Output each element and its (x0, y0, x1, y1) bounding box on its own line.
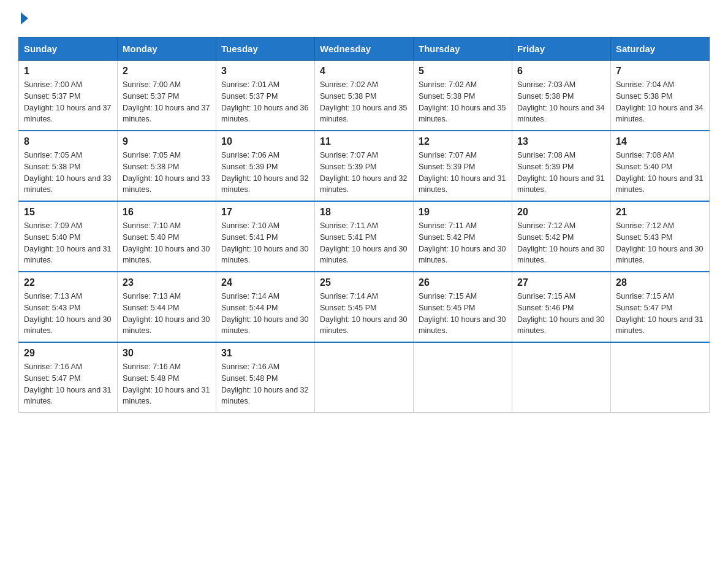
day-info: Sunrise: 7:07 AM Sunset: 5:39 PM Dayligh… (320, 150, 408, 196)
day-info: Sunrise: 7:12 AM Sunset: 5:42 PM Dayligh… (517, 220, 605, 266)
calendar-cell: 30 Sunrise: 7:16 AM Sunset: 5:48 PM Dayl… (118, 342, 216, 413)
day-number: 4 (320, 66, 408, 77)
calendar-cell: 13 Sunrise: 7:08 AM Sunset: 5:39 PM Dayl… (512, 131, 611, 201)
day-number: 5 (419, 66, 507, 77)
day-info: Sunrise: 7:13 AM Sunset: 5:44 PM Dayligh… (123, 291, 211, 337)
day-info: Sunrise: 7:05 AM Sunset: 5:38 PM Dayligh… (24, 150, 112, 196)
day-info: Sunrise: 7:15 AM Sunset: 5:47 PM Dayligh… (616, 291, 704, 337)
day-number: 9 (123, 136, 211, 147)
day-info: Sunrise: 7:04 AM Sunset: 5:38 PM Dayligh… (616, 79, 704, 125)
calendar-cell (414, 342, 512, 413)
calendar-cell: 7 Sunrise: 7:04 AM Sunset: 5:38 PM Dayli… (611, 61, 710, 131)
day-number: 22 (24, 277, 112, 288)
day-info: Sunrise: 7:12 AM Sunset: 5:43 PM Dayligh… (616, 220, 704, 266)
calendar-cell: 31 Sunrise: 7:16 AM Sunset: 5:48 PM Dayl… (216, 342, 315, 413)
calendar-cell: 11 Sunrise: 7:07 AM Sunset: 5:39 PM Dayl… (315, 131, 414, 201)
calendar-cell: 23 Sunrise: 7:13 AM Sunset: 5:44 PM Dayl… (118, 272, 216, 342)
day-info: Sunrise: 7:06 AM Sunset: 5:39 PM Dayligh… (221, 150, 309, 196)
calendar-cell: 20 Sunrise: 7:12 AM Sunset: 5:42 PM Dayl… (512, 201, 611, 272)
day-number: 3 (221, 66, 309, 77)
day-number: 18 (320, 207, 408, 218)
day-number: 20 (517, 207, 605, 218)
day-info: Sunrise: 7:05 AM Sunset: 5:38 PM Dayligh… (123, 150, 211, 196)
logo-triangle-icon (21, 12, 28, 25)
header-saturday: Saturday (611, 37, 710, 61)
calendar-cell: 15 Sunrise: 7:09 AM Sunset: 5:40 PM Dayl… (19, 201, 118, 272)
day-number: 12 (419, 136, 507, 147)
day-info: Sunrise: 7:03 AM Sunset: 5:38 PM Dayligh… (517, 79, 605, 125)
day-info: Sunrise: 7:02 AM Sunset: 5:38 PM Dayligh… (320, 79, 408, 125)
day-number: 26 (419, 277, 507, 288)
calendar-cell: 21 Sunrise: 7:12 AM Sunset: 5:43 PM Dayl… (611, 201, 710, 272)
calendar-cell: 3 Sunrise: 7:01 AM Sunset: 5:37 PM Dayli… (216, 61, 315, 131)
header-wednesday: Wednesday (315, 37, 414, 61)
day-info: Sunrise: 7:07 AM Sunset: 5:39 PM Dayligh… (419, 150, 507, 196)
calendar-cell: 8 Sunrise: 7:05 AM Sunset: 5:38 PM Dayli… (19, 131, 118, 201)
calendar-cell: 28 Sunrise: 7:15 AM Sunset: 5:47 PM Dayl… (611, 272, 710, 342)
day-info: Sunrise: 7:16 AM Sunset: 5:47 PM Dayligh… (24, 361, 112, 407)
day-info: Sunrise: 7:10 AM Sunset: 5:41 PM Dayligh… (221, 220, 309, 266)
calendar-cell: 24 Sunrise: 7:14 AM Sunset: 5:44 PM Dayl… (216, 272, 315, 342)
day-info: Sunrise: 7:01 AM Sunset: 5:37 PM Dayligh… (221, 79, 309, 125)
calendar-cell: 27 Sunrise: 7:15 AM Sunset: 5:46 PM Dayl… (512, 272, 611, 342)
week-row-5: 29 Sunrise: 7:16 AM Sunset: 5:47 PM Dayl… (19, 342, 710, 413)
day-info: Sunrise: 7:00 AM Sunset: 5:37 PM Dayligh… (123, 79, 211, 125)
logo-blue-text (18, 12, 29, 25)
calendar-cell: 12 Sunrise: 7:07 AM Sunset: 5:39 PM Dayl… (414, 131, 512, 201)
day-info: Sunrise: 7:08 AM Sunset: 5:40 PM Dayligh… (616, 150, 704, 196)
day-number: 14 (616, 136, 704, 147)
day-number: 7 (616, 66, 704, 77)
calendar-cell: 22 Sunrise: 7:13 AM Sunset: 5:43 PM Dayl… (19, 272, 118, 342)
day-number: 17 (221, 207, 309, 218)
day-info: Sunrise: 7:11 AM Sunset: 5:41 PM Dayligh… (320, 220, 408, 266)
day-info: Sunrise: 7:02 AM Sunset: 5:38 PM Dayligh… (419, 79, 507, 125)
calendar-cell: 26 Sunrise: 7:15 AM Sunset: 5:45 PM Dayl… (414, 272, 512, 342)
page-header (18, 12, 710, 25)
day-number: 30 (123, 348, 211, 359)
calendar-cell: 18 Sunrise: 7:11 AM Sunset: 5:41 PM Dayl… (315, 201, 414, 272)
day-info: Sunrise: 7:15 AM Sunset: 5:46 PM Dayligh… (517, 291, 605, 337)
day-number: 2 (123, 66, 211, 77)
day-info: Sunrise: 7:10 AM Sunset: 5:40 PM Dayligh… (123, 220, 211, 266)
week-row-3: 15 Sunrise: 7:09 AM Sunset: 5:40 PM Dayl… (19, 201, 710, 272)
day-info: Sunrise: 7:14 AM Sunset: 5:45 PM Dayligh… (320, 291, 408, 337)
header-thursday: Thursday (414, 37, 512, 61)
calendar-cell: 6 Sunrise: 7:03 AM Sunset: 5:38 PM Dayli… (512, 61, 611, 131)
calendar-cell: 19 Sunrise: 7:11 AM Sunset: 5:42 PM Dayl… (414, 201, 512, 272)
day-number: 11 (320, 136, 408, 147)
calendar-cell: 5 Sunrise: 7:02 AM Sunset: 5:38 PM Dayli… (414, 61, 512, 131)
day-number: 8 (24, 136, 112, 147)
calendar-cell: 1 Sunrise: 7:00 AM Sunset: 5:37 PM Dayli… (19, 61, 118, 131)
day-number: 19 (419, 207, 507, 218)
calendar-cell: 10 Sunrise: 7:06 AM Sunset: 5:39 PM Dayl… (216, 131, 315, 201)
calendar-cell: 29 Sunrise: 7:16 AM Sunset: 5:47 PM Dayl… (19, 342, 118, 413)
day-info: Sunrise: 7:11 AM Sunset: 5:42 PM Dayligh… (419, 220, 507, 266)
day-number: 6 (517, 66, 605, 77)
day-info: Sunrise: 7:16 AM Sunset: 5:48 PM Dayligh… (221, 361, 309, 407)
calendar-cell: 2 Sunrise: 7:00 AM Sunset: 5:37 PM Dayli… (118, 61, 216, 131)
header-monday: Monday (118, 37, 216, 61)
calendar-cell (611, 342, 710, 413)
calendar-cell: 14 Sunrise: 7:08 AM Sunset: 5:40 PM Dayl… (611, 131, 710, 201)
day-info: Sunrise: 7:14 AM Sunset: 5:44 PM Dayligh… (221, 291, 309, 337)
calendar-table: SundayMondayTuesdayWednesdayThursdayFrid… (18, 37, 710, 413)
week-row-4: 22 Sunrise: 7:13 AM Sunset: 5:43 PM Dayl… (19, 272, 710, 342)
header-friday: Friday (512, 37, 611, 61)
calendar-cell: 4 Sunrise: 7:02 AM Sunset: 5:38 PM Dayli… (315, 61, 414, 131)
day-info: Sunrise: 7:09 AM Sunset: 5:40 PM Dayligh… (24, 220, 112, 266)
calendar-cell: 17 Sunrise: 7:10 AM Sunset: 5:41 PM Dayl… (216, 201, 315, 272)
day-info: Sunrise: 7:08 AM Sunset: 5:39 PM Dayligh… (517, 150, 605, 196)
day-info: Sunrise: 7:13 AM Sunset: 5:43 PM Dayligh… (24, 291, 112, 337)
calendar-cell (315, 342, 414, 413)
calendar-cell: 25 Sunrise: 7:14 AM Sunset: 5:45 PM Dayl… (315, 272, 414, 342)
day-number: 31 (221, 348, 309, 359)
day-number: 28 (616, 277, 704, 288)
day-number: 24 (221, 277, 309, 288)
day-number: 16 (123, 207, 211, 218)
header-tuesday: Tuesday (216, 37, 315, 61)
day-number: 25 (320, 277, 408, 288)
calendar-cell: 9 Sunrise: 7:05 AM Sunset: 5:38 PM Dayli… (118, 131, 216, 201)
week-row-2: 8 Sunrise: 7:05 AM Sunset: 5:38 PM Dayli… (19, 131, 710, 201)
day-number: 29 (24, 348, 112, 359)
calendar-header-row: SundayMondayTuesdayWednesdayThursdayFrid… (19, 37, 710, 61)
